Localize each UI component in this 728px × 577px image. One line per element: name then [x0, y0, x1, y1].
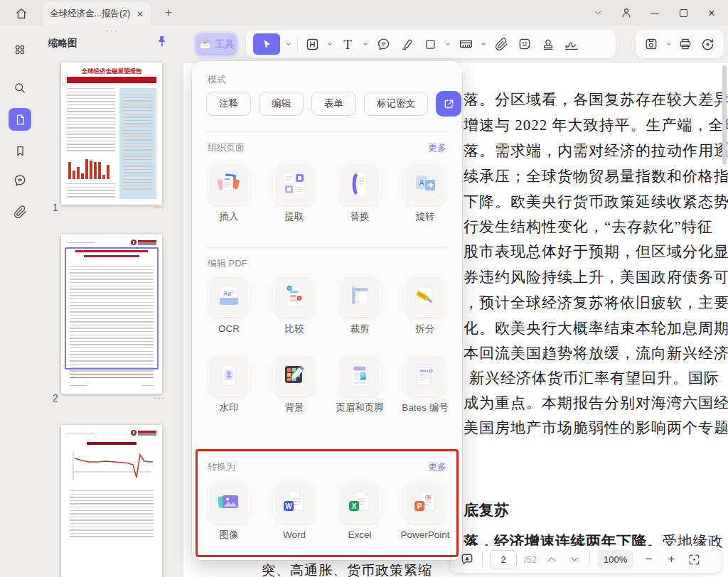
rail-comments-button[interactable]	[9, 169, 31, 192]
tool-rotate[interactable]: A 旋转	[392, 163, 458, 223]
chevron-down-icon	[569, 554, 579, 564]
tool-watermark[interactable]: 水印	[196, 355, 262, 414]
apps-grid-icon	[13, 43, 27, 57]
window-controls: ✕	[587, 0, 722, 26]
mode-expand-button[interactable]	[436, 91, 461, 117]
page-number-input[interactable]	[490, 550, 517, 568]
mode-form-button[interactable]: 表单	[311, 92, 356, 116]
print-button[interactable]	[677, 35, 695, 53]
tool-bates-numbering[interactable]: 000123 Bates 编号	[392, 355, 458, 414]
attachment-tool-button[interactable]	[492, 35, 510, 53]
comment-tool-button[interactable]	[374, 35, 392, 53]
rail-thumbnails-button[interactable]	[9, 108, 31, 131]
tab-close-icon[interactable]: ✕	[136, 9, 144, 19]
mode-edit-button[interactable]: 编辑	[259, 92, 304, 116]
highlighter-icon	[400, 37, 414, 51]
thumb2-menu-button[interactable]: ···	[154, 392, 165, 403]
paperclip-icon	[14, 205, 27, 219]
mode-redact-button[interactable]: 标记密文	[364, 92, 428, 116]
left-icon-rail	[0, 26, 40, 577]
fit-screen-button[interactable]	[686, 551, 702, 567]
tool-background[interactable]: 背景	[262, 355, 327, 414]
bookmark-icon	[14, 144, 27, 158]
edit-pdf-section-title: 编辑 PDF	[208, 257, 247, 270]
tool-extract[interactable]: 提取	[262, 163, 327, 223]
thumb2-page-number: 2	[53, 392, 58, 404]
convert-more-link[interactable]: 更多	[428, 460, 446, 473]
toolbar-collapse-button[interactable]	[587, 3, 609, 23]
save-button[interactable]	[643, 35, 660, 53]
tool-convert-word-label: Word	[283, 529, 306, 541]
convert-image-icon	[208, 482, 250, 523]
tool-compare[interactable]: 比较	[262, 276, 327, 335]
signature-tool-button[interactable]	[562, 35, 581, 53]
doc-text-line: 化。欧美央行大概率结束本轮加息周期，	[464, 318, 728, 338]
mode-buttons-row: 注释 编辑 表单 标记密文	[206, 91, 461, 117]
measure-tool-button[interactable]	[456, 35, 475, 53]
tools-menu-button[interactable]: 工具	[193, 31, 239, 58]
compare-icon	[274, 276, 315, 317]
tool-insert[interactable]: 插入	[196, 163, 262, 223]
heading-tool-chevron[interactable]	[326, 41, 333, 48]
panel-divider	[206, 247, 448, 248]
sidebar-drag-handle[interactable]: ···	[100, 26, 125, 36]
mode-annotate-button[interactable]: 注释	[206, 92, 251, 116]
tool-header-footer[interactable]: 页眉和页脚	[327, 355, 392, 414]
annotation-note-button[interactable]	[459, 551, 475, 567]
tool-replace[interactable]: 替换	[327, 163, 392, 223]
pin-sidebar-button[interactable]	[155, 34, 171, 50]
previous-page-button[interactable]	[544, 551, 560, 567]
tool-ocr[interactable]: Aa OCR	[196, 276, 262, 335]
text-tool-button[interactable]: T	[338, 35, 357, 53]
tool-convert-powerpoint[interactable]: P PowerPoint	[392, 482, 458, 541]
account-button[interactable]	[616, 3, 637, 23]
tool-convert-image[interactable]: 图像	[196, 482, 262, 541]
tool-convert-powerpoint-label: PowerPoint	[400, 529, 449, 541]
measure-tool-chevron[interactable]	[480, 41, 487, 48]
shape-tool-button[interactable]	[421, 35, 439, 53]
stamp-icon	[541, 37, 555, 51]
text-tool-chevron[interactable]	[362, 41, 369, 48]
tool-convert-word[interactable]: W Word	[262, 482, 327, 541]
next-page-button[interactable]	[567, 551, 582, 567]
shape-tool-chevron[interactable]	[444, 41, 451, 48]
tool-crop[interactable]: 裁剪	[327, 276, 392, 335]
document-tab[interactable]: 全球经济金...报告(2) ✕	[43, 2, 151, 26]
close-button[interactable]: ✕	[701, 3, 722, 23]
thumbnail-page-2[interactable]	[61, 234, 162, 394]
rail-search-button[interactable]	[9, 77, 31, 99]
home-button[interactable]	[11, 4, 31, 23]
organize-more-link[interactable]: 更多	[428, 141, 446, 154]
toolbar-separator	[297, 37, 298, 51]
tool-convert-excel[interactable]: X Excel	[327, 482, 392, 541]
tool-extract-label: 提取	[285, 211, 304, 223]
highlighter-tool-button[interactable]	[397, 35, 416, 53]
rail-attachments-button[interactable]	[9, 200, 31, 223]
document-scrollbar[interactable]	[722, 65, 727, 165]
zoom-level-display[interactable]: 100%	[597, 550, 633, 568]
save-chevron[interactable]	[665, 41, 672, 48]
sticker-icon	[518, 37, 532, 51]
select-tool-button[interactable]	[253, 33, 280, 55]
crop-icon	[339, 276, 380, 317]
new-tab-button[interactable]: +	[161, 5, 176, 21]
rail-apps-button[interactable]	[9, 38, 31, 61]
zoom-out-button[interactable]: −	[641, 551, 656, 567]
home-icon	[14, 6, 28, 21]
minimize-button[interactable]	[644, 3, 665, 23]
heading-tool-button[interactable]	[303, 35, 321, 53]
thumb1-menu-button[interactable]: ···	[154, 202, 165, 212]
select-tool-chevron[interactable]	[285, 41, 292, 48]
zoom-in-button[interactable]: +	[663, 551, 679, 567]
thumb1-report-title: 全球经济金融展望报告	[61, 68, 162, 76]
thumb3-body-text	[70, 490, 154, 537]
stamp-tool-button[interactable]	[539, 35, 557, 53]
rail-bookmarks-button[interactable]	[9, 139, 31, 162]
thumbnail-page-1[interactable]: 全球经济金融展望报告	[61, 63, 162, 205]
fit-screen-icon	[687, 553, 701, 566]
sticker-tool-button[interactable]	[515, 35, 534, 53]
tool-split[interactable]: 拆分	[392, 276, 458, 335]
maximize-button[interactable]	[673, 3, 694, 23]
thumbnail-page-3[interactable]	[61, 425, 162, 577]
ai-assistant-button[interactable]	[699, 35, 717, 53]
